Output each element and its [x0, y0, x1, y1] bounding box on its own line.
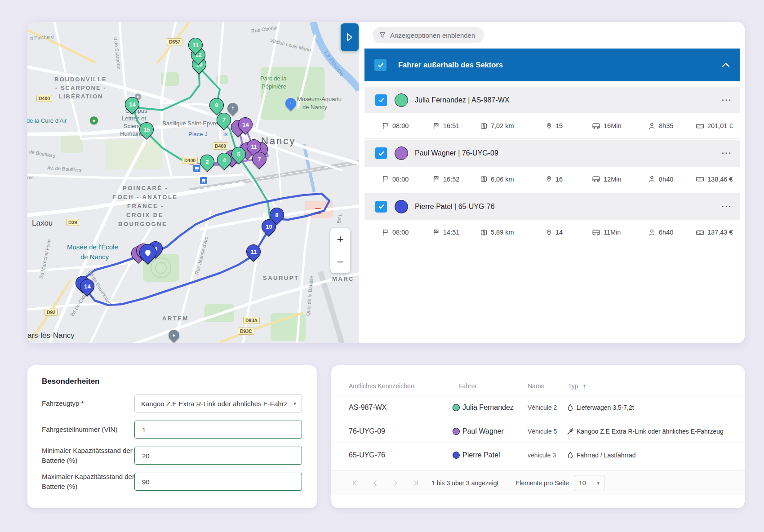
vehicle-type-text: Lieferwagen 3,5-7,2t — [577, 404, 634, 411]
driver-stat-value: 138,46 € — [707, 176, 733, 183]
driver-stat-end: 14:51 — [432, 220, 459, 245]
pin-icon — [546, 122, 552, 130]
cell-name: Véhicule 2 — [528, 395, 557, 419]
panel-collapse-button[interactable] — [341, 23, 359, 51]
driver-stat-cost: 1137,43 € — [696, 220, 733, 245]
vehicle-type-text: Fahrrad / Lastfahrrad — [577, 452, 636, 459]
electric-icon — [567, 428, 574, 435]
chevron-up-icon[interactable] — [721, 62, 730, 68]
cell-type: Lieferwagen 3,5-7,2t — [567, 395, 634, 419]
driver-stat-start: 08:00 — [382, 113, 409, 138]
form-input-value: 1 — [142, 426, 146, 434]
driver-stat-value: 16 — [555, 176, 563, 183]
driver-name-text: Paul Wagner — [462, 427, 504, 435]
first-page-button[interactable] — [348, 471, 362, 495]
zoom-out-button[interactable]: − — [330, 251, 350, 274]
driver-checkbox[interactable] — [375, 201, 387, 213]
per-page-label: Elemente pro Seite — [515, 471, 569, 495]
driver-stat-value: 137,43 € — [707, 229, 733, 236]
road-shield: D400 — [36, 95, 52, 102]
col-header-driver[interactable]: Fahrer — [458, 382, 477, 390]
display-options-chip[interactable]: Anzeigeoptionen einblenden — [373, 27, 484, 43]
driver-stats-row: 08:0016:517,02 km1516Min8h351201,01 € — [364, 113, 740, 139]
form-input-value: 20 — [142, 452, 150, 460]
form-field-label: Minimaler Kapazitätsstand der Batterie (… — [42, 446, 136, 466]
driver-stat-value: 5,89 km — [491, 229, 514, 236]
stop-number: 9 — [215, 102, 218, 109]
driver-card-header[interactable]: Julia Fernandez | AS-987-WX··· — [364, 87, 740, 113]
table-row[interactable]: 65-UYG-76Pierre Patelvéhicule 3Fahrrad /… — [331, 443, 745, 467]
cell-driver: Paul Wagner — [453, 419, 504, 443]
vehicle-type-select[interactable]: Kangoo Z.E Extra R-Link oder ähnliches E… — [134, 395, 302, 412]
sort-asc-icon: ↑ — [582, 382, 586, 390]
col-header-name[interactable]: Name — [528, 382, 544, 390]
money-icon: 1 — [696, 229, 704, 236]
cell-plate: 76-UYG-09 — [349, 419, 385, 443]
cell-type: Fahrrad / Lastfahrrad — [567, 443, 636, 467]
driver-menu-button[interactable]: ··· — [722, 149, 732, 158]
driver-checkbox[interactable] — [375, 94, 387, 106]
driver-name-text: Julia Fernandez — [462, 403, 514, 412]
road-icon — [480, 122, 488, 130]
flag-icon — [382, 175, 389, 183]
road-shield: D93C — [238, 328, 254, 335]
table-row[interactable]: 76-UYG-09Paul WagnerVéhicule 5Kangoo Z.E… — [331, 419, 745, 443]
col-header-type[interactable]: Typ ↑ — [568, 382, 586, 390]
transit-station-icon — [200, 177, 208, 185]
driver-stat-value: 6h40 — [659, 229, 673, 236]
stop-number: 11 — [251, 143, 257, 150]
road-shield: D657 — [167, 38, 182, 45]
driver-stat-end: 16:51 — [432, 113, 459, 138]
table-row[interactable]: AS-987-WXJulia FernandezVéhicule 2Liefer… — [331, 395, 745, 419]
finish-icon — [432, 175, 440, 183]
road-shield: D400 — [213, 142, 228, 150]
cell-plate: 65-UYG-76 — [349, 443, 385, 467]
sector-drivers-title: Fahrer außerhalb des Sektors — [398, 61, 721, 69]
form-input[interactable]: 20 — [134, 447, 302, 465]
sector-drivers-checkbox[interactable] — [374, 59, 386, 71]
last-page-button[interactable] — [409, 471, 422, 495]
driver-card-header[interactable]: Paul Wagner | 76-UYG-09··· — [364, 140, 740, 167]
stop-number: 14 — [242, 121, 249, 128]
stop-number: 4 — [222, 157, 226, 164]
map[interactable]: d Pinchardd de ScarponeRue OberlinViaduc… — [27, 22, 359, 343]
form-input[interactable]: 90 — [134, 473, 302, 491]
next-page-button[interactable] — [389, 471, 402, 495]
prev-page-button[interactable] — [369, 471, 382, 495]
sector-drivers-header[interactable]: Fahrer außerhalb des Sektors — [364, 49, 740, 81]
driver-card-header[interactable]: Pierre Patel | 65-UYG-76··· — [364, 193, 740, 220]
caret-down-icon: ▾ — [597, 480, 600, 486]
driver-name: Paul Wagner | 76-UYG-09 — [415, 149, 722, 157]
driver-menu-button[interactable]: ··· — [722, 96, 732, 105]
route-polyline — [240, 158, 270, 220]
cell-driver: Julia Fernandez — [453, 395, 514, 419]
map-zoom-control: + − — [330, 228, 350, 273]
driver-menu-button[interactable]: ··· — [722, 202, 732, 211]
driver-stat-time: 8h35 — [648, 113, 673, 138]
driver-stat-duration: 16Min — [592, 113, 622, 138]
driver-stats-row: 08:0014:515,89 km1411Min6h401137,43 € — [364, 220, 740, 245]
col-header-plate[interactable]: Amtliches Kennzeichen — [349, 382, 414, 390]
fuel-icon — [567, 452, 574, 459]
driver-stat-stops: 16 — [546, 167, 563, 192]
check-icon — [377, 62, 384, 69]
driver-avatar — [395, 146, 408, 160]
driver-stat-value: 16:51 — [443, 122, 459, 129]
driver-checkbox[interactable] — [375, 147, 387, 159]
form-field-label: Maximaler Kapazitätsstand der Batterie (… — [42, 472, 136, 492]
form-input[interactable]: 1 — [134, 421, 302, 439]
driver-stat-value: 08:00 — [392, 176, 409, 183]
driver-stat-value: 8h35 — [659, 122, 673, 129]
driver-stat-value: 15 — [555, 122, 563, 129]
per-page-select[interactable]: 10 ▾ — [574, 475, 604, 491]
stop-number: 11 — [250, 248, 257, 255]
zoom-in-button[interactable]: + — [330, 228, 350, 251]
van-icon — [592, 122, 600, 130]
driver-stat-time: 8h40 — [648, 167, 673, 192]
driver-stat-value: 12Min — [604, 176, 622, 183]
money-icon: 1 — [696, 175, 704, 183]
stop-number: 7 — [258, 156, 261, 163]
filter-icon — [379, 31, 386, 39]
driver-stat-duration: 12Min — [592, 167, 622, 192]
van-icon — [592, 175, 600, 183]
